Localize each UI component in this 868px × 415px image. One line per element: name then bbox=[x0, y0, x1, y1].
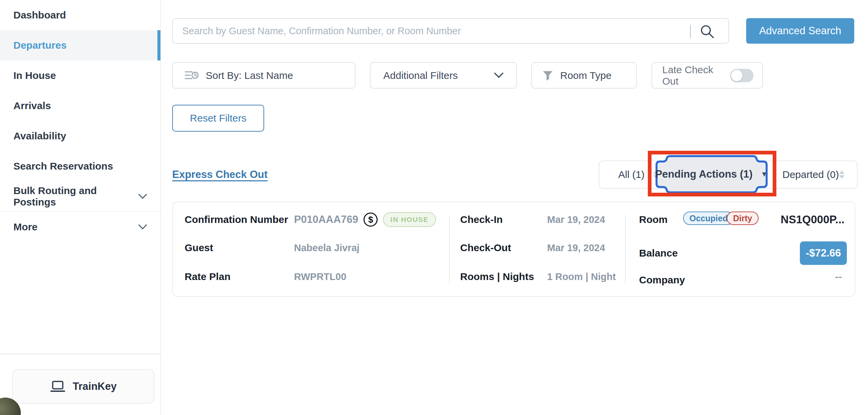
search-icon[interactable] bbox=[700, 24, 715, 39]
tab-departed[interactable]: Departed (0) bbox=[782, 161, 839, 188]
sidebar-footer-divider bbox=[0, 354, 160, 354]
filter-funnel-icon bbox=[542, 69, 554, 82]
search-box bbox=[172, 18, 729, 43]
sidebar-item-dashboard[interactable]: Dashboard bbox=[0, 0, 160, 30]
chevron-down-icon bbox=[138, 224, 147, 230]
room-status-dirty-pill: Dirty bbox=[727, 211, 758, 225]
sidebar-item-bulk-routing[interactable]: Bulk Routing and Postings bbox=[0, 181, 160, 211]
search-input[interactable] bbox=[173, 19, 728, 43]
room-label: Room bbox=[639, 211, 668, 228]
caret-down-icon: ▼ bbox=[761, 171, 768, 178]
rooms-nights-label: Rooms | Nights bbox=[460, 269, 534, 285]
sidebar-item-arrivals[interactable]: Arrivals bbox=[0, 91, 160, 121]
card-divider bbox=[449, 215, 450, 284]
sidebar-item-label: Arrivals bbox=[13, 100, 51, 112]
sidebar-item-availability[interactable]: Availability bbox=[0, 121, 160, 151]
in-house-badge: IN HOUSE bbox=[383, 212, 436, 227]
tab-pending-label: Pending Actions (1) bbox=[655, 168, 752, 180]
tab-pending-actions[interactable]: Pending Actions (1) ▼ bbox=[655, 155, 768, 194]
confirmation-number-value: P010AAA769 bbox=[294, 213, 358, 226]
sidebar-item-more[interactable]: More bbox=[0, 212, 160, 242]
toggle-knob bbox=[731, 70, 742, 81]
late-checkout-label: Late Check Out bbox=[662, 64, 730, 87]
main-content: Advanced Search Sort By: Last Name Addit… bbox=[161, 0, 868, 415]
late-checkout-filter: Late Check Out bbox=[651, 62, 763, 89]
sort-by-dropdown[interactable]: Sort By: Last Name bbox=[172, 62, 355, 89]
trainkey-button[interactable]: TrainKey bbox=[12, 369, 154, 404]
room-type-label: Room Type bbox=[560, 70, 612, 81]
sidebar-item-label: More bbox=[13, 221, 38, 233]
tab-all[interactable]: All (1) bbox=[618, 161, 645, 188]
company-value: -- bbox=[835, 269, 842, 285]
guest-value: Nabeela Jivraj bbox=[294, 240, 360, 256]
check-out-label: Check-Out bbox=[460, 240, 511, 256]
confirmation-number-row: P010AAA769 $ IN HOUSE bbox=[294, 211, 436, 228]
reset-filters-button[interactable]: Reset Filters bbox=[172, 105, 264, 131]
check-in-label: Check-In bbox=[460, 211, 503, 228]
balance-chip[interactable]: -$72.66 bbox=[800, 241, 847, 265]
dollar-icon[interactable]: $ bbox=[364, 212, 378, 227]
sidebar-item-departures[interactable]: Departures bbox=[0, 30, 160, 60]
sort-by-label: Sort By: Last Name bbox=[206, 70, 293, 81]
additional-filters-dropdown[interactable]: Additional Filters bbox=[370, 62, 517, 89]
check-out-value: Mar 19, 2024 bbox=[547, 240, 605, 256]
rooms-nights-value: 1 Room | Night bbox=[547, 269, 616, 285]
sidebar: Dashboard Departures In House Arrivals A… bbox=[0, 0, 161, 415]
express-check-out-link[interactable]: Express Check Out bbox=[172, 169, 268, 181]
sidebar-item-in-house[interactable]: In House bbox=[0, 60, 160, 91]
sidebar-item-label: Departures bbox=[13, 40, 66, 51]
balance-label: Balance bbox=[639, 245, 678, 261]
sidebar-item-label: Search Reservations bbox=[13, 160, 113, 172]
sort-arrows-icon[interactable] bbox=[839, 171, 844, 179]
sidebar-item-label: Dashboard bbox=[13, 9, 66, 21]
departures-page: Dashboard Departures In House Arrivals A… bbox=[0, 0, 868, 415]
rate-plan-label: Rate Plan bbox=[185, 269, 230, 285]
trainkey-label: TrainKey bbox=[73, 380, 117, 392]
search-divider bbox=[690, 25, 691, 38]
room-number-value: NS1Q000P... bbox=[781, 211, 844, 228]
late-checkout-toggle[interactable] bbox=[730, 69, 753, 82]
sidebar-item-label: In House bbox=[13, 70, 56, 81]
sidebar-item-label: Bulk Routing and Postings bbox=[13, 185, 138, 208]
additional-filters-label: Additional Filters bbox=[383, 70, 458, 81]
advanced-search-button[interactable]: Advanced Search bbox=[746, 18, 854, 43]
sidebar-item-search-reservations[interactable]: Search Reservations bbox=[0, 151, 160, 181]
rate-plan-value: RWPRTL00 bbox=[294, 269, 346, 285]
confirmation-number-label: Confirmation Number bbox=[185, 211, 288, 228]
card-divider bbox=[625, 215, 626, 284]
chevron-down-icon bbox=[494, 72, 503, 78]
sidebar-item-label: Availability bbox=[13, 130, 66, 142]
room-type-filter[interactable]: Room Type bbox=[531, 62, 637, 89]
reservation-card[interactable]: Confirmation Number P010AAA769 $ IN HOUS… bbox=[172, 202, 855, 297]
sort-icon bbox=[184, 69, 199, 82]
company-label: Company bbox=[639, 272, 685, 288]
laptop-icon bbox=[50, 380, 65, 392]
check-in-value: Mar 19, 2024 bbox=[547, 211, 605, 228]
chevron-down-icon bbox=[138, 194, 147, 199]
guest-label: Guest bbox=[185, 240, 213, 256]
